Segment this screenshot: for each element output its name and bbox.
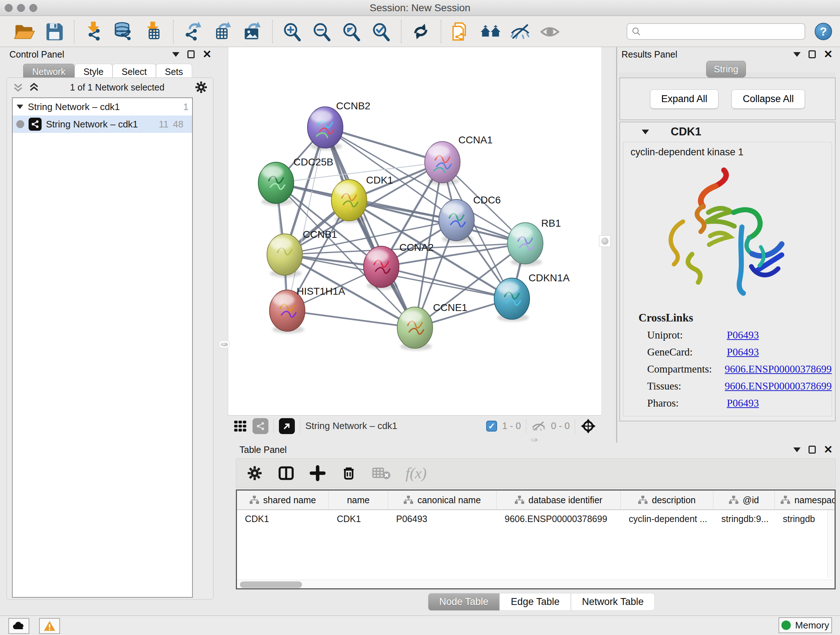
table-cell[interactable]: stringdb:9...	[714, 514, 775, 524]
panel-close-icon[interactable]: ✕	[202, 49, 212, 60]
zoom-selected-button[interactable]	[368, 19, 394, 43]
collapse-all-button[interactable]: Collapse All	[731, 89, 805, 109]
zoom-out-button[interactable]	[309, 19, 335, 43]
tab-string[interactable]: String	[706, 61, 746, 78]
protein-card-header[interactable]: CDK1	[620, 122, 835, 141]
show-all-button[interactable]	[537, 19, 563, 43]
memory-button[interactable]: Memory	[778, 617, 832, 633]
network-edge[interactable]	[287, 310, 415, 328]
bottom-splitter-handle[interactable]	[529, 437, 540, 442]
selected-indicator-checkbox[interactable]: ✓	[486, 421, 497, 432]
save-session-button[interactable]	[41, 19, 67, 43]
network-node-CCNB2[interactable]: CCNB2	[308, 100, 370, 150]
network-options-gear-icon[interactable]	[194, 80, 208, 94]
crosslink-link[interactable]: P06493	[727, 346, 759, 358]
network-edge[interactable]	[325, 127, 442, 162]
table-row[interactable]: CDK1CDK1P064939606.ENSP00000378699cyclin…	[237, 510, 835, 527]
tree-expand-icon[interactable]	[16, 104, 24, 110]
crosslink-link[interactable]: 9606.ENSP00000378699	[725, 380, 832, 392]
crosslink-link[interactable]: P06493	[727, 329, 759, 341]
expand-all-button[interactable]: Expand All	[650, 89, 719, 109]
export-table-button[interactable]	[210, 19, 236, 43]
hide-selected-button[interactable]	[507, 19, 533, 43]
add-column-icon[interactable]	[309, 465, 326, 481]
table-cell[interactable]: CDK1	[237, 514, 329, 524]
network-edge[interactable]	[325, 127, 415, 328]
panel-close-icon[interactable]: ✕	[824, 444, 833, 455]
window-minimize-button[interactable]	[17, 4, 25, 12]
column-header-database-identifier[interactable]: database identifier	[497, 491, 621, 509]
table-cell[interactable]: stringdb	[775, 514, 836, 524]
table-cell[interactable]: cyclin-dependent ...	[621, 514, 714, 524]
table-vertical-scrollbar[interactable]	[827, 510, 835, 578]
tab-network-table[interactable]: Network Table	[571, 593, 655, 611]
panel-menu-icon[interactable]	[793, 52, 801, 57]
column-header-description[interactable]: description	[621, 491, 714, 509]
network-row[interactable]: String Network – cdk1 11 48	[13, 116, 192, 133]
panel-float-icon[interactable]	[187, 50, 195, 58]
panel-menu-icon[interactable]	[172, 52, 180, 57]
search-input[interactable]	[627, 23, 805, 40]
first-neighbors-button[interactable]	[477, 19, 504, 43]
crosslink-row: Pharos: P06493	[623, 394, 832, 412]
right-splitter-handle[interactable]	[599, 235, 611, 247]
clone-network-button[interactable]	[448, 19, 474, 43]
network-node-CCNE1[interactable]: CCNE1	[397, 302, 467, 350]
help-button[interactable]: ?	[815, 23, 832, 40]
delete-column-icon[interactable]	[340, 465, 357, 481]
collapse-all-icon[interactable]	[12, 81, 24, 93]
left-splitter-handle[interactable]	[219, 340, 230, 348]
warnings-button[interactable]	[39, 618, 60, 634]
column-header-canonical-name[interactable]: canonical name	[388, 491, 497, 509]
window-zoom-button[interactable]	[29, 4, 37, 12]
network-edge[interactable]	[287, 127, 325, 310]
expand-all-icon[interactable]	[28, 81, 40, 93]
table-settings-gear-icon[interactable]	[246, 465, 263, 481]
network-canvas[interactable]: CCNB2 CCNA1 CDC25B CDK1 CDC6 RB1 CCNB1	[228, 47, 601, 415]
search-field[interactable]	[644, 26, 800, 37]
column-header-namespace[interactable]: namespace	[775, 491, 836, 509]
network-collection-row[interactable]: String Network – cdk1 1	[13, 98, 192, 116]
import-table-file-button[interactable]	[141, 19, 166, 43]
node-label: CDC6	[473, 195, 501, 206]
network-node-CDKN1A[interactable]: CDKN1A	[494, 272, 570, 321]
zoom-in-button[interactable]	[279, 19, 305, 43]
export-network-button[interactable]	[180, 19, 206, 43]
open-in-browser-icon[interactable]	[279, 418, 295, 434]
node-table[interactable]: shared namename canonical name database …	[236, 489, 836, 589]
network-node-HIST1H1A[interactable]: HIST1H1A	[270, 286, 345, 333]
pan-crosshair-icon[interactable]	[580, 418, 596, 434]
table-cell[interactable]: 9606.ENSP00000378699	[497, 514, 621, 524]
panel-menu-icon[interactable]	[793, 448, 801, 452]
hidden-node-edge-counts: 0 - 0	[551, 420, 570, 432]
tab-edge-table[interactable]: Edge Table	[500, 593, 571, 611]
column-header-shared-name[interactable]: shared name	[237, 491, 329, 509]
import-network-database-button[interactable]	[111, 19, 137, 43]
table-cell[interactable]: CDK1	[329, 514, 388, 524]
network-node-CDK1[interactable]: CDK1	[332, 174, 393, 223]
crosslink-link[interactable]: 9606.ENSP00000378699	[725, 363, 832, 375]
export-image-button[interactable]	[240, 19, 265, 43]
zoom-selected-icon	[371, 21, 392, 42]
cloud-button[interactable]	[8, 618, 29, 634]
collapse-card-icon[interactable]	[642, 130, 649, 134]
crosslink-link[interactable]: P06493	[727, 397, 759, 409]
column-header--id[interactable]: @id	[714, 491, 775, 509]
window-close-button[interactable]	[5, 4, 13, 12]
string-network-badge-icon[interactable]	[253, 418, 268, 434]
panel-close-icon[interactable]: ✕	[824, 49, 833, 60]
panel-float-icon[interactable]	[808, 446, 816, 454]
birdseye-grid-icon[interactable]	[233, 419, 248, 433]
table-cell[interactable]: P06493	[388, 514, 497, 524]
column-header-name[interactable]: name	[329, 491, 388, 509]
zoom-fit-button[interactable]	[339, 19, 365, 43]
panel-float-icon[interactable]	[808, 50, 816, 58]
apply-layout-button[interactable]	[408, 19, 434, 43]
scrollbar-thumb[interactable]	[240, 581, 302, 588]
open-file-button[interactable]	[11, 19, 38, 43]
show-columns-icon[interactable]	[278, 464, 295, 482]
network-node-RB1[interactable]: RB1	[508, 218, 561, 266]
tab-node-table[interactable]: Node Table	[428, 593, 500, 611]
import-network-file-button[interactable]	[81, 19, 107, 43]
table-horizontal-scrollbar[interactable]	[237, 580, 835, 589]
